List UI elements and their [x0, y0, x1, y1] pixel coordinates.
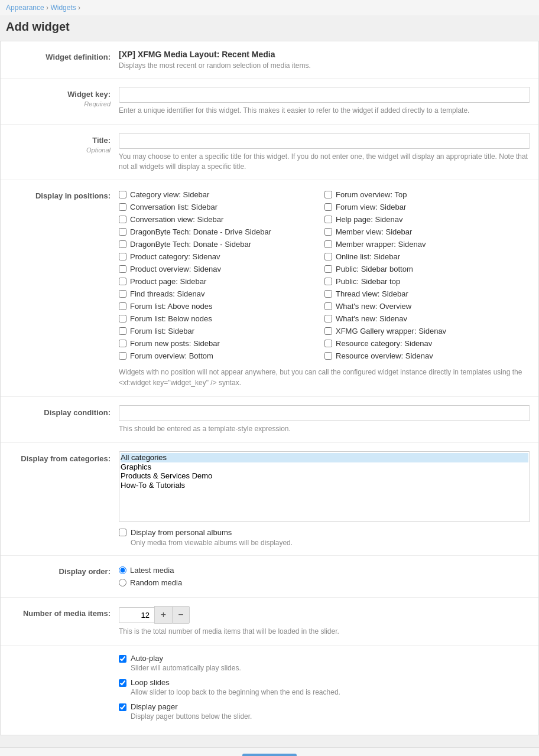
widget-key-label: Widget key: Required [1, 87, 119, 116]
loop_slides-checkbox[interactable] [119, 679, 126, 687]
personal-album-section: Display from personal albums Only media … [119, 528, 530, 547]
position-checkbox-item: Member wrapper: Sidenav [324, 238, 530, 250]
position-checkbox[interactable] [119, 290, 126, 298]
position-checkbox[interactable] [324, 240, 332, 248]
widget-def-desc: Displays the most recent or random selec… [119, 61, 530, 70]
checkboxes-grid: Category view: SidebarConversation list:… [119, 188, 530, 362]
position-checkbox-item: What's new: Overview [324, 300, 530, 312]
checkboxes-left: Category view: SidebarConversation list:… [119, 188, 324, 362]
display_pager-section: Display pagerDisplay pager buttons below… [119, 702, 530, 721]
loop_slides-hint: Allow slider to loop back to the beginni… [131, 688, 530, 696]
position-checkbox[interactable] [324, 340, 332, 347]
position-checkbox-item: Conversation list: Sidebar [119, 201, 324, 213]
personal-album-checkbox[interactable] [119, 529, 126, 536]
title-hint: You may choose to enter a specific title… [119, 152, 530, 172]
position-checkbox[interactable] [119, 278, 126, 285]
autoplay-hint: Slider will automatically play slides. [131, 664, 530, 672]
position-checkbox[interactable] [324, 191, 332, 198]
display-categories-content: All categoriesGraphicsProducts & Service… [119, 451, 538, 547]
position-checkbox[interactable] [324, 327, 332, 335]
display-order-radio[interactable] [119, 566, 126, 574]
personal-album-checkbox-row: Display from personal albums [119, 528, 530, 537]
position-checkbox-item: What's new: Sidenav [324, 312, 530, 325]
widget-key-hint: Enter a unique identifier for this widge… [119, 106, 530, 116]
position-checkbox[interactable] [119, 315, 126, 322]
decrement-button[interactable]: − [172, 606, 190, 624]
save-button[interactable]: 💾 Save [242, 754, 297, 756]
breadcrumb-widgets[interactable]: Widgets [50, 4, 76, 12]
position-checkbox[interactable] [119, 302, 126, 310]
position-checkbox-item: Forum view: Sidebar [324, 201, 530, 213]
display-positions-row: Display in positions: Category view: Sid… [1, 180, 538, 397]
position-checkbox-item: Public: Sidebar top [324, 275, 530, 288]
title-content: You may choose to enter a specific title… [119, 133, 538, 172]
widget-key-input[interactable] [119, 87, 530, 103]
position-checkbox[interactable] [324, 228, 332, 236]
display-order-radio[interactable] [119, 579, 126, 586]
position-checkbox[interactable] [324, 278, 332, 285]
position-checkbox-item: DragonByte Tech: Donate - Sidebar [119, 238, 324, 250]
position-checkbox[interactable] [119, 240, 126, 248]
display-positions-label: Display in positions: [1, 188, 119, 388]
categories-select[interactable]: All categoriesGraphicsProducts & Service… [119, 451, 530, 522]
display-order-content: Latest mediaRandom media [119, 564, 538, 589]
position-checkbox-item: Forum overview: Top [324, 188, 530, 201]
position-checkbox[interactable] [324, 302, 332, 310]
title-input[interactable] [119, 133, 530, 149]
position-checkbox[interactable] [324, 290, 332, 298]
widget-definition-row: Widget definition: [XP] XFMG Media Layou… [1, 41, 538, 79]
title-label: Title: Optional [1, 133, 119, 172]
position-checkbox-item: Conversation view: Sidebar [119, 213, 324, 226]
media-count-input[interactable]: 12 [119, 607, 154, 623]
autoplay-checkbox[interactable] [119, 655, 126, 663]
extra-options-label [1, 654, 119, 726]
position-checkbox[interactable] [324, 253, 332, 260]
position-checkbox[interactable] [119, 253, 126, 260]
number-of-media-content: 12 + − This is the total number of media… [119, 606, 538, 637]
position-checkbox-item: Online list: Sidebar [324, 250, 530, 263]
position-checkbox[interactable] [324, 315, 332, 322]
position-checkbox[interactable] [119, 203, 126, 211]
position-checkbox-item: Resource overview: Sidenav [324, 350, 530, 362]
position-checkbox[interactable] [324, 352, 332, 360]
number-of-media-row: Number of media items: 12 + − This is th… [1, 598, 538, 646]
display_pager-checkbox[interactable] [119, 703, 126, 711]
position-checkbox[interactable] [119, 352, 126, 360]
position-checkbox-item: Thread view: Sidebar [324, 288, 530, 300]
position-checkbox[interactable] [324, 265, 332, 273]
position-checkbox[interactable] [119, 265, 126, 273]
widget-def-title: [XP] XFMG Media Layout: Recent Media [119, 50, 530, 59]
position-checkbox[interactable] [324, 203, 332, 211]
position-checkbox[interactable] [324, 216, 332, 223]
position-checkbox-item: Public: Sidebar bottom [324, 263, 530, 275]
media-count-hint: This is the total number of media items … [119, 627, 530, 637]
personal-album-label[interactable]: Display from personal albums [131, 528, 232, 537]
position-checkbox[interactable] [119, 216, 126, 223]
display-condition-input[interactable] [119, 405, 530, 421]
checkboxes-right: Forum overview: TopForum view: SidebarHe… [324, 188, 530, 362]
display-categories-label: Display from categories: [1, 451, 119, 547]
display-order-row: Display order: Latest mediaRandom media [1, 556, 538, 598]
display-condition-content: This should be entered as a template-sty… [119, 405, 538, 434]
position-checkbox-item: Find threads: Sidenav [119, 288, 324, 300]
add-widget-form: Widget definition: [XP] XFMG Media Layou… [0, 41, 539, 735]
display-order-radio-item: Latest media [119, 564, 530, 576]
position-checkbox[interactable] [119, 340, 126, 347]
position-checkbox-item: DragonByte Tech: Donate - Drive Sidebar [119, 226, 324, 238]
autoplay-section: Auto-playSlider will automatically play … [119, 654, 530, 672]
widget-definition-label: Widget definition: [1, 50, 119, 70]
display-order-radio-item: Random media [119, 576, 530, 589]
display-condition-label: Display condition: [1, 405, 119, 434]
position-checkbox-item: Product page: Sidebar [119, 275, 324, 288]
breadcrumb-appearance[interactable]: Appearance [6, 4, 44, 12]
position-checkbox[interactable] [119, 228, 126, 236]
loop_slides-section: Loop slidesAllow slider to loop back to … [119, 678, 530, 696]
extra-options-content: Auto-playSlider will automatically play … [119, 654, 538, 726]
position-checkbox-item: Product category: Sidenav [119, 250, 324, 263]
position-checkbox-item: XFMG Gallery wrapper: Sidenav [324, 325, 530, 337]
position-checkbox[interactable] [119, 327, 126, 335]
increment-button[interactable]: + [154, 606, 172, 624]
position-checkbox-item: Forum list: Above nodes [119, 300, 324, 312]
position-checkbox[interactable] [119, 191, 126, 198]
position-checkbox-item: Forum overview: Bottom [119, 350, 324, 362]
